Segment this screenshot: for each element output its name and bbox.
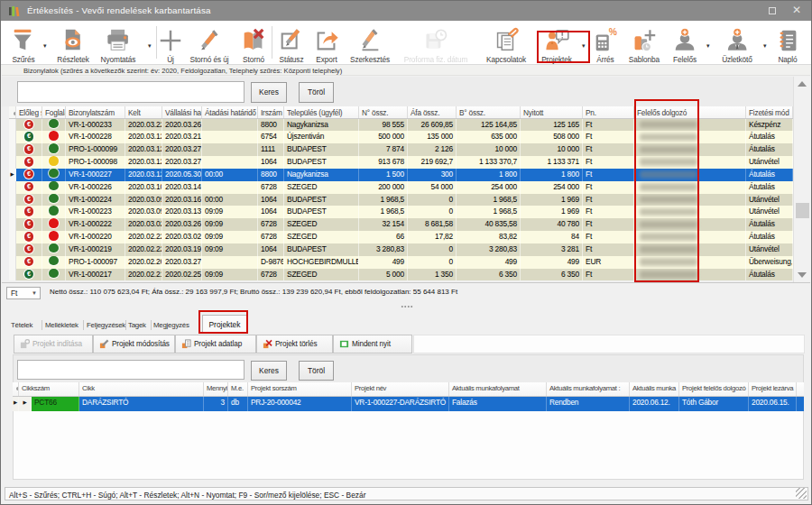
svg-text:%: % [609, 27, 617, 37]
